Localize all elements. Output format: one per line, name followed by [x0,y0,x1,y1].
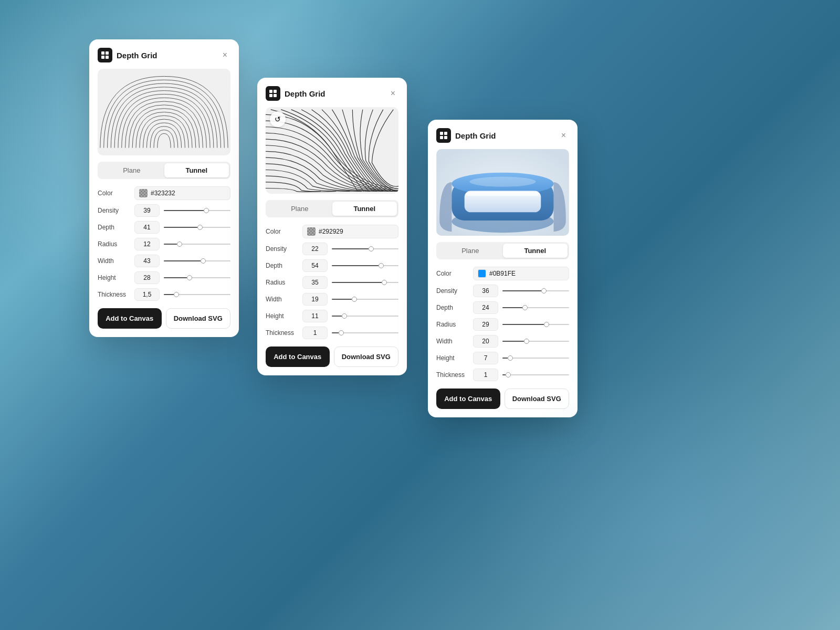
panel-2-density-label: Density [266,245,298,253]
panel-1-download-button[interactable]: Download SVG [166,308,231,329]
panel-2-radius-slider[interactable] [332,282,398,283]
panel-3-width-slider[interactable] [502,341,569,342]
panel-2-add-button[interactable]: Add to Canvas [266,346,330,367]
panel-1-thickness-slider[interactable] [164,294,230,295]
panel-1-height-value[interactable]: 28 [134,271,160,284]
panel-3-plane-btn[interactable]: Plane [438,244,503,258]
svg-rect-8 [440,132,443,135]
panel-1-actions: Add to Canvas Download SVG [98,308,230,329]
panel-3-density-slider[interactable] [502,290,569,291]
panel-3-color-swatch-box[interactable]: #0B91FE [473,267,569,280]
panel-2-depth-slider[interactable] [332,265,398,266]
panel-2-radius-value[interactable]: 35 [302,276,328,289]
panel-2-width-row: Width 19 [266,293,398,306]
panel-2-density-row: Density 22 [266,243,398,255]
panel-2-plane-btn[interactable]: Plane [267,202,332,216]
panel-3-radius-thumb [544,322,549,327]
panel-3-height-fill [502,358,508,359]
panel-3-thickness-slider[interactable] [502,374,569,375]
panel-2-refresh[interactable]: ↺ [270,111,286,127]
panel-1-height-slider[interactable] [164,277,230,278]
panel-2-height-value[interactable]: 11 [302,310,328,322]
panel-3-controls: Color #0B91FE Density 36 Depth 24 [436,267,569,381]
panel-3-add-button[interactable]: Add to Canvas [436,388,500,409]
panel-1-depth-label: Depth [98,224,130,231]
panel-1-svg [98,69,230,155]
panel-1-close[interactable]: × [219,49,230,61]
panel-1-thickness-value[interactable]: 1,5 [134,288,160,301]
panel-1-tunnel-btn[interactable]: Tunnel [164,163,229,177]
panel-1: Depth Grid × [89,39,239,337]
panel-2-density-fill [332,248,369,249]
panel-3-thickness-value[interactable]: 1 [473,369,498,381]
panel-1-preview [98,69,230,155]
panel-2-depth-value[interactable]: 54 [302,259,328,272]
panel-2-tunnel-btn[interactable]: Tunnel [332,202,397,216]
panel-1-density-row: Density 39 [98,204,230,217]
panel-2-color-swatch-box[interactable]: #292929 [302,225,398,238]
panel-1-depth-value[interactable]: 41 [134,221,160,234]
panel-2-depth-fill [332,265,379,266]
panel-2-density-slider[interactable] [332,248,398,249]
panel-3-radius-value[interactable]: 29 [473,318,498,331]
panel-2-thickness-label: Thickness [266,329,298,337]
panel-2-thickness-slider[interactable] [332,332,398,333]
panel-2-download-button[interactable]: Download SVG [334,346,399,367]
panel-1-thickness-row: Thickness 1,5 [98,288,230,301]
panel-3-thickness-thumb [506,372,511,377]
panel-2-color-value: #292929 [319,228,343,235]
panel-3-depth-value[interactable]: 24 [473,301,498,314]
panel-1-color-swatch-box[interactable]: #323232 [134,186,230,200]
panel-1-density-fill [164,210,204,211]
panel-1-radius-slider[interactable] [164,244,230,245]
panel-2-thickness-value[interactable]: 1 [302,327,328,339]
panel-1-width-slider[interactable] [164,260,230,261]
panel-2-density-value[interactable]: 22 [302,243,328,255]
panel-2-radius-thumb [382,280,387,285]
panel-1-radius-row: Radius 12 [98,238,230,250]
panel-3-height-value[interactable]: 7 [473,352,498,364]
panel-1-density-thumb [204,208,209,213]
panel-1-density-slider[interactable] [164,210,230,211]
panel-3-download-button[interactable]: Download SVG [505,388,570,409]
panel-3-density-thumb [541,288,547,293]
panel-3-close[interactable]: × [558,130,569,141]
panel-3-density-value[interactable]: 36 [473,285,498,297]
panel-1-title: Depth Grid [117,51,158,60]
panel-2-mode-toggle: Plane Tunnel [266,200,398,217]
panel-1-add-button[interactable]: Add to Canvas [98,308,162,329]
panel-1-depth-slider[interactable] [164,227,230,228]
svg-rect-10 [440,136,443,139]
panel-1-width-row: Width 43 [98,255,230,267]
panel-1-density-value[interactable]: 39 [134,204,160,217]
panel-1-width-value[interactable]: 43 [134,255,160,267]
panel-3-height-slider[interactable] [502,358,569,359]
panel-1-radius-value[interactable]: 12 [134,238,160,250]
panel-2-height-label: Height [266,312,298,320]
panel-3-width-value[interactable]: 20 [473,335,498,348]
panel-2-depth-row: Depth 54 [266,259,398,272]
svg-rect-4 [269,90,272,93]
panel-1-height-row: Height 28 [98,271,230,284]
panel-3-tunnel-btn[interactable]: Tunnel [503,244,568,258]
panel-3-color-value: #0B91FE [489,270,516,277]
panel-3-radius-slider[interactable] [502,324,569,325]
panel-2-controls: Color #292929 Density 22 Depth 54 [266,225,398,339]
panel-1-depth-fill [164,227,197,228]
panel-3-color-label: Color [436,270,469,277]
panel-3-radius-fill [502,324,544,325]
panel-1-plane-btn[interactable]: Plane [99,163,164,177]
panel-2-height-slider[interactable] [332,316,398,317]
panel-3-depth-label: Depth [436,304,469,311]
panel-3-depth-slider[interactable] [502,307,569,308]
panel-2-width-slider[interactable] [332,299,398,300]
svg-point-18 [469,176,536,186]
panel-2-height-row: Height 11 [266,310,398,322]
panel-2-title: Depth Grid [285,89,326,98]
panel-3-svg [436,149,569,236]
panel-3-width-row: Width 20 [436,335,569,348]
panel-2-close[interactable]: × [387,88,398,99]
panel-2-width-value[interactable]: 19 [302,293,328,306]
panel-2-width-thumb [352,297,357,302]
panel-1-header-left: Depth Grid [98,48,158,62]
